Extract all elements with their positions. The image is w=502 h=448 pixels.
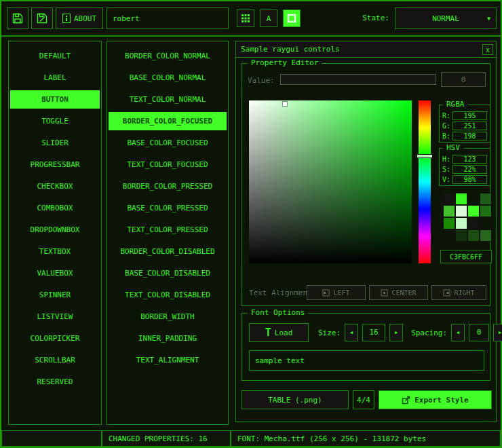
controls-list-item[interactable]: SCROLLBAR: [10, 351, 100, 369]
hex-color-input[interactable]: [440, 250, 492, 263]
properties-list-item[interactable]: TEXT_COLOR_FOCUSED: [109, 155, 227, 174]
toolbar: ABOUT A State: NORMAL ▼: [1, 1, 501, 35]
hue-slider-handle[interactable]: [417, 154, 433, 158]
spacing-increment-button[interactable]: ▶: [493, 324, 502, 341]
hue-value-box[interactable]: 123: [452, 155, 487, 164]
letter-a-icon: A: [267, 14, 271, 23]
properties-list-item[interactable]: TEXT_COLOR_NORMAL: [109, 90, 227, 109]
properties-list-item[interactable]: BORDER_COLOR_FOCUSED: [109, 112, 227, 130]
hue-label: H:: [442, 155, 450, 163]
hue-bar[interactable]: [419, 100, 431, 263]
style-color-swatch[interactable]: [480, 229, 492, 242]
properties-list-item[interactable]: BASE_COLOR_NORMAL: [109, 69, 227, 87]
properties-list-item[interactable]: BASE_COLOR_PRESSED: [109, 199, 227, 217]
green-value-box[interactable]: 251: [452, 122, 487, 130]
style-color-swatch[interactable]: [480, 193, 492, 205]
export-style-button[interactable]: Export Style: [379, 390, 492, 409]
export-icon: [402, 396, 410, 405]
style-color-swatch[interactable]: [455, 229, 467, 242]
about-button[interactable]: ABOUT: [56, 7, 103, 29]
style-color-swatch[interactable]: [480, 217, 492, 229]
style-color-swatch[interactable]: [443, 229, 455, 242]
font-spacing-value-box[interactable]: 0: [469, 324, 489, 341]
export-format-button[interactable]: TABLE (.png): [242, 390, 349, 409]
rgba-group: RGBA R: 195 G: 251 B: 198: [439, 105, 490, 143]
red-value-box[interactable]: 195: [452, 111, 487, 120]
blue-row: B: 198: [442, 132, 487, 141]
pages-label: 4/4: [357, 396, 370, 405]
style-color-swatch[interactable]: [467, 205, 480, 217]
controls-list: DEFAULTLABELBUTTONTOGGLESLIDERPROGRESSBA…: [8, 41, 102, 425]
controls-list-item[interactable]: PROGRESSBAR: [10, 155, 100, 174]
controls-list-item[interactable]: SLIDER: [10, 134, 100, 152]
align-right-button[interactable]: RIGHT: [431, 285, 486, 300]
align-right-label: RIGHT: [454, 289, 474, 297]
load-style-button[interactable]: [7, 7, 28, 29]
properties-list-item[interactable]: BORDER_WIDTH: [109, 307, 227, 326]
spacing-decrement-button[interactable]: ◀: [451, 324, 465, 341]
style-color-swatch[interactable]: [443, 193, 455, 205]
controls-list-item[interactable]: CHECKBOX: [10, 177, 100, 195]
close-window-button[interactable]: x: [482, 44, 493, 55]
properties-list-item[interactable]: BASE_COLOR_FOCUSED: [109, 134, 227, 152]
value-box[interactable]: 0: [441, 72, 486, 87]
font-atlas-button[interactable]: A: [260, 10, 277, 27]
style-table-grid-button[interactable]: [237, 10, 254, 27]
properties-list-item[interactable]: BORDER_COLOR_NORMAL: [109, 47, 227, 65]
load-font-label: Load: [275, 329, 293, 337]
controls-list-item[interactable]: SPINNER: [10, 286, 100, 304]
controls-list-item[interactable]: COLORPICKER: [10, 329, 100, 348]
blue-value-box[interactable]: 198: [452, 132, 487, 141]
style-color-swatch[interactable]: [455, 193, 467, 205]
style-color-swatch[interactable]: [455, 217, 467, 229]
style-name-input[interactable]: [107, 7, 229, 29]
style-color-swatch[interactable]: [467, 193, 480, 205]
statusbar-font-info: FONT: Mecha.ttf (256 x 256) - 131872 byt…: [231, 430, 501, 447]
saturation-value-box[interactable]: 22%: [452, 165, 487, 174]
properties-list-item[interactable]: INNER_PADDING: [109, 329, 227, 348]
controls-list-item[interactable]: DROPDOWNBOX: [10, 221, 100, 239]
sv-picker-cursor[interactable]: [283, 102, 287, 106]
state-dropdown[interactable]: NORMAL ▼: [395, 7, 497, 29]
properties-list-item[interactable]: TEXT_COLOR_DISABLED: [109, 286, 227, 304]
size-decrement-button[interactable]: ◀: [345, 324, 358, 341]
controls-list-item[interactable]: RESERVED: [10, 373, 100, 391]
sample-window-title: Sample raygui controls: [241, 45, 340, 54]
pages-value-box[interactable]: 4/4: [353, 390, 374, 409]
font-size-label: Size:: [318, 329, 341, 337]
style-color-swatch[interactable]: [480, 205, 492, 217]
save-style-button[interactable]: [31, 7, 53, 29]
value-slider[interactable]: [280, 74, 436, 85]
controls-list-item[interactable]: TOGGLE: [10, 112, 100, 130]
font-size-value-box[interactable]: 16: [362, 324, 385, 341]
controls-list-item[interactable]: COMBOBOX: [10, 199, 100, 217]
properties-list-item[interactable]: BORDER_COLOR_PRESSED: [109, 177, 227, 195]
controls-list-item[interactable]: BUTTON: [10, 90, 100, 109]
load-font-button[interactable]: T Load: [249, 323, 309, 342]
hsv-group: HSV H: 123 S: 22% V: 98%: [439, 148, 490, 186]
size-increment-button[interactable]: ▶: [389, 324, 403, 341]
style-view-toggle-button[interactable]: [283, 10, 301, 27]
style-color-swatch[interactable]: [467, 217, 480, 229]
controls-list-item[interactable]: LABEL: [10, 69, 100, 87]
properties-list-item[interactable]: TEXT_COLOR_PRESSED: [109, 221, 227, 239]
properties-list-item[interactable]: BASE_COLOR_DISABLED: [109, 264, 227, 282]
style-color-swatch[interactable]: [467, 229, 480, 242]
controls-list-item[interactable]: TEXTBOX: [10, 242, 100, 261]
properties-list-item[interactable]: BORDER_COLOR_DISABLED: [109, 242, 227, 261]
triangle-right-icon: ▶: [395, 330, 398, 335]
align-center-button[interactable]: CENTER: [369, 285, 428, 300]
controls-list-item[interactable]: VALUEBOX: [10, 264, 100, 282]
controls-list-item[interactable]: DEFAULT: [10, 47, 100, 65]
style-color-swatch[interactable]: [455, 205, 467, 217]
brightness-value-box[interactable]: 98%: [452, 175, 487, 184]
saturation-value-picker[interactable]: [249, 100, 412, 263]
style-color-swatch[interactable]: [443, 217, 455, 229]
align-left-button[interactable]: LEFT: [307, 285, 366, 300]
square-view-icon: [287, 14, 296, 23]
font-options-group: Font Options T Load Size: ◀ 16 ▶ Spacing…: [242, 313, 490, 381]
sample-text-input[interactable]: [249, 350, 484, 371]
properties-list-item[interactable]: TEXT_ALIGNMENT: [109, 351, 227, 369]
style-color-swatch[interactable]: [443, 205, 455, 217]
controls-list-item[interactable]: LISTVIEW: [10, 307, 100, 326]
